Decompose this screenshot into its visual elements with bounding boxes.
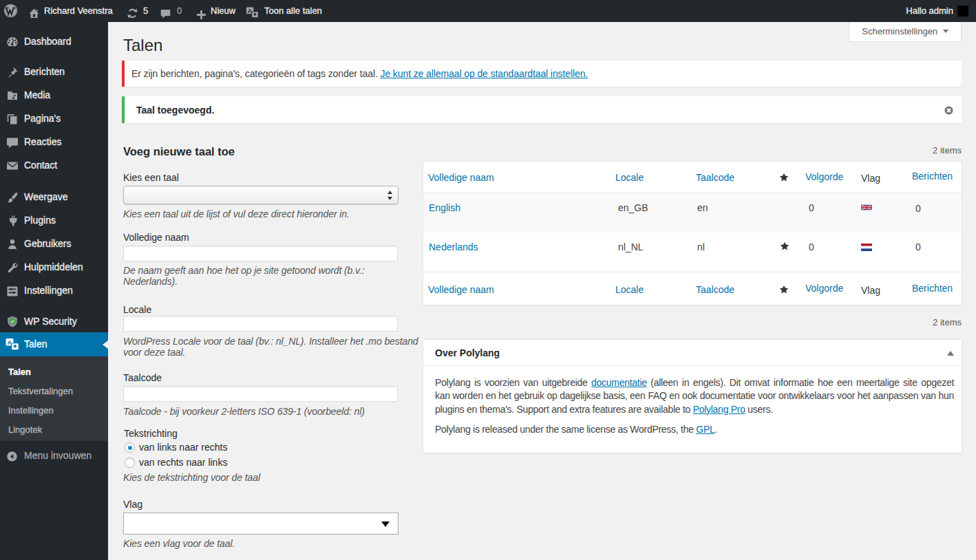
svg-text:A: A — [248, 8, 252, 14]
